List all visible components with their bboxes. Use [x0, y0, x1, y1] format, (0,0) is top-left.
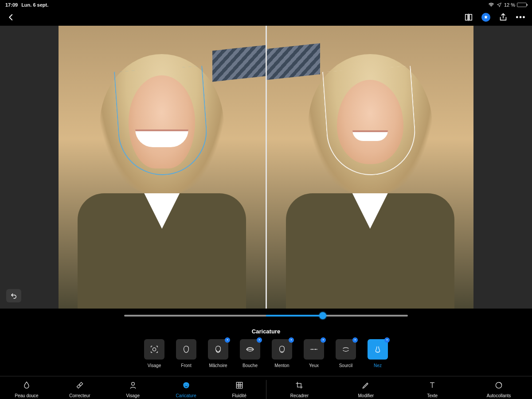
preset-label: Visage [148, 363, 161, 368]
tool-label: Caricature [176, 393, 196, 398]
jaw-icon: * [208, 339, 228, 360]
preset-bouche[interactable]: *Bouche [240, 339, 260, 368]
preset-label: Front [181, 363, 191, 368]
preset-machoire[interactable]: *Mâchoire [208, 339, 228, 368]
preset-sourcil[interactable]: *Sourcil [336, 339, 356, 368]
sticker-icon [494, 381, 503, 391]
photo-canvas[interactable] [0, 26, 532, 309]
battery-text: 12 % [504, 2, 515, 8]
svg-point-1 [153, 348, 156, 351]
tool-label: Texte [427, 393, 438, 398]
bandaid-icon [75, 381, 84, 391]
mask-icon [182, 381, 191, 391]
premium-badge-icon: * [257, 337, 262, 343]
preset-menton[interactable]: *Menton [272, 339, 292, 368]
photo-after [267, 26, 474, 309]
back-button[interactable] [6, 12, 16, 22]
grid-icon [235, 381, 244, 391]
tool-label: Modifier [358, 393, 374, 398]
svg-rect-8 [236, 382, 242, 388]
crop-icon [295, 381, 304, 391]
intensity-slider-row [0, 309, 532, 323]
premium-badge-icon: * [384, 337, 390, 343]
premium-badge-icon: * [225, 337, 230, 343]
panel-title: Caricature [0, 323, 532, 339]
nose-icon: * [368, 339, 388, 360]
premium-badge-icon[interactable] [481, 13, 490, 22]
face-detect-icon [144, 339, 164, 360]
location-icon [496, 2, 502, 8]
svg-point-0 [491, 6, 492, 7]
preset-front[interactable]: Front [176, 339, 196, 368]
tool-label: Autocollants [487, 393, 511, 398]
undo-button[interactable] [6, 289, 21, 302]
photo-before [59, 26, 266, 309]
slider-thumb[interactable] [319, 312, 326, 319]
tool-visage[interactable]: Visage [106, 376, 160, 399]
eyebrow-icon: * [336, 339, 356, 360]
tool-fluidite[interactable]: Fluidité [213, 376, 266, 399]
chin-icon: * [272, 339, 292, 360]
lips-icon: * [240, 339, 260, 360]
tool-label: Fluidité [232, 393, 246, 398]
status-time: 17:09 [5, 2, 18, 8]
preset-label: Sourcil [339, 363, 353, 368]
battery-icon [517, 3, 527, 7]
preset-label: Menton [274, 363, 289, 368]
tool-peau[interactable]: Peau douce [0, 376, 53, 399]
tool-modifier[interactable]: Modifier [332, 376, 399, 399]
preset-nez[interactable]: *Nez [368, 339, 388, 368]
preset-label: Bouche [243, 363, 258, 368]
tool-label: Correcteur [69, 393, 90, 398]
status-bar: 17:09 Lun. 6 sept. 12 % [0, 0, 532, 9]
tool-correcteur[interactable]: Correcteur [53, 376, 106, 399]
tool-label: Peau douce [15, 393, 38, 398]
share-button[interactable] [498, 12, 508, 22]
tool-autocollants[interactable]: Autocollants [466, 376, 532, 399]
preset-yeux[interactable]: *Yeux [304, 339, 324, 368]
person-icon [129, 381, 137, 391]
wifi-icon [488, 2, 494, 8]
svg-point-5 [131, 382, 134, 385]
svg-point-6 [184, 384, 185, 385]
tool-label: Recadrer [290, 393, 309, 398]
tool-label: Visage [126, 393, 140, 398]
svg-point-4 [79, 385, 80, 386]
status-date: Lun. 6 sept. [21, 2, 48, 8]
premium-badge-icon: * [289, 337, 294, 343]
svg-point-7 [187, 384, 188, 385]
tool-caricature[interactable]: Caricature [160, 376, 213, 399]
premium-badge-icon: * [321, 337, 326, 343]
eyes-icon: * [304, 339, 324, 360]
preset-label: Yeux [309, 363, 319, 368]
svg-point-3 [316, 349, 316, 349]
preset-row: VisageFront*Mâchoire*Bouche*Menton*Yeux*… [0, 339, 532, 376]
tool-texte[interactable]: Texte [399, 376, 466, 399]
pencil-icon [361, 381, 370, 391]
bottom-toolbar: Peau douceCorrecteurVisageCaricatureFlui… [0, 376, 532, 399]
preset-label: Mâchoire [209, 363, 227, 368]
intensity-slider[interactable] [124, 315, 408, 317]
premium-badge-icon: * [352, 337, 358, 343]
top-toolbar: ••• [0, 9, 532, 26]
face-outline-icon [176, 339, 196, 360]
preset-label: Nez [374, 363, 382, 368]
more-button[interactable]: ••• [516, 12, 526, 22]
drop-icon [22, 381, 31, 391]
text-icon [428, 381, 437, 391]
preset-visage[interactable]: Visage [144, 339, 164, 368]
compare-button[interactable] [464, 12, 473, 22]
tool-recadrer[interactable]: Recadrer [266, 376, 333, 399]
svg-point-2 [312, 349, 312, 349]
